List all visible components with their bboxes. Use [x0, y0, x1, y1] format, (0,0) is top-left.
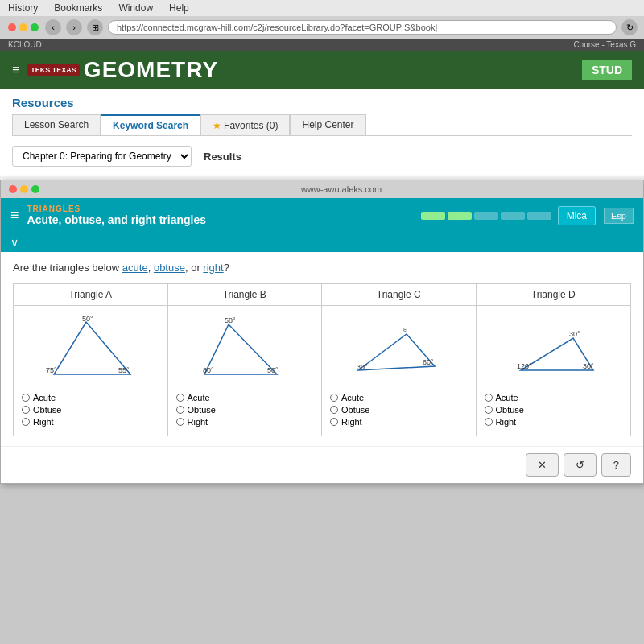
- radio-circle: [22, 394, 30, 402]
- triangle-d-right[interactable]: Right: [485, 417, 623, 427]
- results-label: Results: [204, 151, 242, 163]
- link-acute[interactable]: acute: [122, 262, 148, 274]
- triangle-b-diagram: 80° 50° 58°: [168, 306, 322, 386]
- triangle-a-col: Triangle A 75° 55° 50° Acute: [14, 284, 168, 436]
- refresh-button[interactable]: ↺: [564, 453, 597, 477]
- course-label: Course - Texas G: [573, 40, 636, 49]
- back-button[interactable]: ‹: [45, 19, 61, 35]
- aleks-topic-label: TRIANGLES: [27, 204, 206, 213]
- aleks-maximize[interactable]: [31, 185, 39, 193]
- triangle-d-acute[interactable]: Acute: [485, 393, 623, 402]
- link-right[interactable]: right: [203, 262, 223, 274]
- svg-text:55°: 55°: [118, 366, 130, 374]
- menu-history[interactable]: History: [8, 2, 38, 14]
- aleks-minimize[interactable]: [20, 185, 28, 193]
- tabs-row: Lesson Search Keyword Search ★ Favorites…: [12, 114, 632, 136]
- refresh-browser-button[interactable]: ↻: [621, 19, 638, 35]
- triangle-c-diagram: 30° 60° ≈: [322, 306, 476, 386]
- aleks-topic-title: Acute, obtuse, and right triangles: [27, 213, 206, 226]
- radio-circle: [22, 418, 30, 426]
- triangle-c-header: Triangle C: [322, 284, 476, 306]
- progress-seg-1: [421, 212, 445, 220]
- progress-bar: [421, 212, 551, 220]
- traffic-lights: [6, 22, 40, 33]
- triangle-d-col: Triangle D 120° 30° 30° Acute: [477, 284, 631, 436]
- mgh-header: ≡ TEKS TEXAS GEOMETRY STUD: [0, 51, 644, 89]
- radio-circle: [176, 406, 184, 414]
- radio-circle: [485, 418, 493, 426]
- progress-seg-3: [474, 212, 498, 220]
- browser-menu-bar: History Bookmarks Window Help: [0, 0, 644, 16]
- radio-circle: [485, 406, 493, 414]
- minimize-button[interactable]: [19, 23, 27, 31]
- close-button[interactable]: [8, 23, 16, 31]
- tab-keyword-search[interactable]: Keyword Search: [101, 114, 200, 135]
- triangle-b-options: Acute Obtuse Right: [168, 386, 322, 436]
- forward-button[interactable]: ›: [66, 19, 82, 35]
- svg-text:80°: 80°: [203, 366, 214, 374]
- kcloud-bar: KCLOUD Course - Texas G: [0, 39, 644, 51]
- svg-text:30°: 30°: [357, 363, 368, 371]
- svg-text:60°: 60°: [423, 358, 434, 366]
- browser-toolbar: ‹ › ⊞ https://connected.mcgraw-hill.com/…: [0, 16, 644, 39]
- tab-help-center[interactable]: Help Center: [290, 114, 365, 135]
- triangle-c-obtuse[interactable]: Obtuse: [330, 405, 468, 415]
- triangle-a-header: Triangle A: [14, 284, 167, 306]
- triangle-c-right[interactable]: Right: [330, 417, 468, 427]
- address-bar[interactable]: https://connected.mcgraw-hill.com/c2j/re…: [108, 20, 617, 35]
- kcloud-label: KCLOUD: [8, 40, 42, 49]
- triangle-c-acute[interactable]: Acute: [330, 393, 468, 402]
- stud-button[interactable]: STUD: [582, 60, 632, 80]
- x-button[interactable]: ✕: [526, 453, 559, 477]
- progress-seg-5: [527, 212, 551, 220]
- aleks-window: www-awu.aleks.com ≡ TRIANGLES Acute, obt…: [0, 180, 644, 484]
- radio-circle: [485, 394, 493, 402]
- svg-text:58°: 58°: [225, 316, 236, 324]
- triangle-a-obtuse[interactable]: Obtuse: [22, 405, 159, 415]
- triangle-d-options: Acute Obtuse Right: [477, 386, 631, 436]
- svg-text:30°: 30°: [569, 330, 580, 338]
- aleks-hamburger-icon[interactable]: ≡: [10, 207, 19, 224]
- triangle-a-acute[interactable]: Acute: [22, 393, 159, 402]
- resources-section: Resources Lesson Search Keyword Search ★…: [0, 89, 644, 176]
- triangle-b-right[interactable]: Right: [176, 417, 314, 427]
- radio-circle: [330, 406, 338, 414]
- mgh-menu-icon[interactable]: ≡: [12, 63, 19, 77]
- triangle-b-acute[interactable]: Acute: [176, 393, 314, 402]
- link-obtuse[interactable]: obtuse: [154, 262, 185, 274]
- menu-help[interactable]: Help: [169, 2, 189, 14]
- aleks-header: ≡ TRIANGLES Acute, obtuse, and right tri…: [1, 198, 643, 233]
- teks-badge: TEKS TEXAS: [27, 64, 80, 76]
- esp-button[interactable]: Esp: [604, 208, 634, 224]
- maximize-button[interactable]: [31, 23, 39, 31]
- triangle-d-header: Triangle D: [477, 284, 631, 306]
- mgh-page: ≡ TEKS TEXAS GEOMETRY STUD Resources Les…: [0, 51, 644, 484]
- help-button[interactable]: ?: [601, 453, 631, 477]
- chapter-row: Chapter 0: Preparing for Geometry Result…: [12, 142, 632, 170]
- triangle-d-obtuse[interactable]: Obtuse: [485, 405, 623, 415]
- progress-seg-2: [448, 212, 472, 220]
- tab-favorites[interactable]: ★ Favorites (0): [200, 114, 290, 135]
- aleks-close[interactable]: [9, 185, 17, 193]
- radio-circle: [330, 418, 338, 426]
- menu-window[interactable]: Window: [118, 2, 153, 14]
- chevron-down-icon[interactable]: ∨: [10, 236, 634, 249]
- menu-bookmarks[interactable]: Bookmarks: [54, 2, 102, 14]
- tab-lesson-search[interactable]: Lesson Search: [12, 114, 101, 135]
- triangle-a-options: Acute Obtuse Right: [14, 386, 167, 436]
- aleks-subheader: ∨: [1, 233, 643, 252]
- star-icon: ★: [213, 120, 221, 131]
- view-button[interactable]: ⊞: [87, 19, 103, 35]
- svg-marker-4: [204, 324, 277, 374]
- chapter-select[interactable]: Chapter 0: Preparing for Geometry: [12, 146, 192, 167]
- svg-text:50°: 50°: [267, 366, 279, 374]
- question-text: Are the triangles below acute, obtuse, o…: [13, 262, 631, 274]
- svg-text:50°: 50°: [82, 315, 93, 323]
- triangle-b-obtuse[interactable]: Obtuse: [176, 405, 314, 415]
- aleks-user-button[interactable]: Mica: [558, 206, 596, 225]
- radio-circle: [330, 394, 338, 402]
- triangle-a-right[interactable]: Right: [22, 417, 159, 427]
- triangle-a-diagram: 75° 55° 50°: [14, 306, 167, 386]
- aleks-title-text: www-awu.aleks.com: [46, 184, 637, 194]
- aleks-title-bar: www-awu.aleks.com: [1, 180, 643, 198]
